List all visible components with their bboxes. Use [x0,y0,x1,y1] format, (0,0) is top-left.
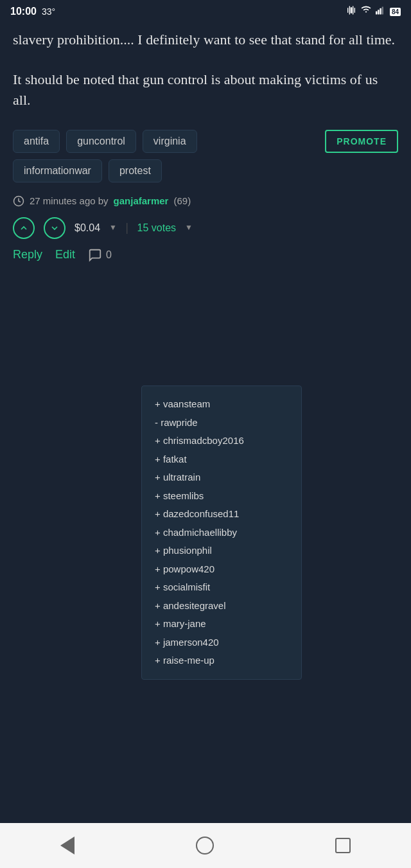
reply-button[interactable]: Reply [13,248,42,261]
votes-dropdown-item: + ultratrain [155,468,288,487]
action-row: Reply Edit 0 [13,248,398,262]
status-time: 10:00 [10,6,37,17]
recent-icon [335,838,351,853]
battery-icon: 84 [390,8,401,16]
votes-dropdown-item: + raise-me-up [155,651,288,670]
status-bar: 10:00 33° 84 [0,0,411,23]
wifi-icon [360,6,372,17]
bottom-nav [0,823,411,868]
votes-dropdown-item: + jamerson420 [155,633,288,652]
time-ago: 27 minutes ago by [30,195,109,206]
content-area: slavery prohibition.... I definitely wan… [0,23,411,262]
vote-divider: | [126,221,128,235]
tag-antifa[interactable]: antifa [13,130,60,153]
votes-dropdown-item: + chrismadcboy2016 [155,432,288,450]
svg-rect-6 [378,10,379,14]
tags-section: antifa guncontrol virginia PROMOTE infor… [13,130,398,182]
vote-amount: $0.04 [74,222,100,234]
vote-amount-arrow[interactable]: ▼ [109,223,117,233]
vibrate-icon [346,5,356,18]
svg-rect-7 [380,8,381,15]
votes-count[interactable]: 15 votes [137,222,176,234]
votes-dropdown-item: + dazedconfused11 [155,505,288,524]
back-button[interactable] [60,837,74,855]
votes-dropdown-item: + vaansteam [155,395,288,414]
svg-rect-0 [349,6,350,14]
tag-virginia[interactable]: virginia [143,130,197,153]
author-name[interactable]: ganjafarmer [114,195,169,206]
votes-dropdown-item: + fatkat [155,450,288,469]
votes-dropdown: + vaansteam- rawpride+ chrismadcboy2016+… [141,385,302,680]
comment-area: 0 [88,248,112,262]
votes-dropdown-item: + andesitegravel [155,597,288,616]
votes-dropdown-item: + mary-jane [155,615,288,633]
votes-dropdown-item: + chadmichaellibby [155,524,288,542]
upvote-button[interactable] [13,217,35,239]
clock-icon [13,195,24,207]
svg-rect-5 [376,12,377,15]
svg-rect-2 [347,8,348,13]
author-reputation: (69) [173,195,191,206]
svg-rect-1 [353,6,353,14]
article-text: slavery prohibition.... I definitely wan… [13,30,398,111]
votes-dropdown-item: + powpow420 [155,560,288,579]
comment-icon [88,248,102,262]
tag-informationwar[interactable]: informationwar [13,159,102,182]
status-temperature: 33° [42,6,55,17]
votes-dropdown-item: + socialmisfit [155,578,288,597]
comment-count: 0 [106,249,112,261]
downvote-button[interactable] [44,217,66,239]
tags-row-2: informationwar protest [13,159,398,182]
svg-rect-8 [381,6,383,14]
article-text-1: slavery prohibition.... I definitely wan… [13,31,395,48]
svg-rect-3 [354,8,355,13]
promote-button[interactable]: PROMOTE [325,130,398,153]
vote-row: $0.04 ▼ | 15 votes ▼ [13,217,398,239]
article-text-2: It should be noted that gun control is a… [13,71,378,108]
home-button[interactable] [196,837,214,855]
svg-rect-4 [351,7,353,13]
edit-button[interactable]: Edit [55,248,75,261]
votes-dropdown-item: + phusionphil [155,542,288,560]
votes-dropdown-item: - rawpride [155,414,288,432]
votes-count-arrow[interactable]: ▼ [185,223,193,233]
tag-protest[interactable]: protest [109,159,162,182]
recent-button[interactable] [335,838,351,853]
home-icon [196,837,214,855]
status-icons: 84 [346,5,401,18]
meta-row: 27 minutes ago by ganjafarmer (69) [13,195,398,207]
tag-guncontrol[interactable]: guncontrol [66,130,136,153]
back-icon [60,837,74,855]
tags-row-1: antifa guncontrol virginia PROMOTE [13,130,398,153]
signal-icon [376,6,386,17]
votes-dropdown-item: + steemlibs [155,487,288,506]
